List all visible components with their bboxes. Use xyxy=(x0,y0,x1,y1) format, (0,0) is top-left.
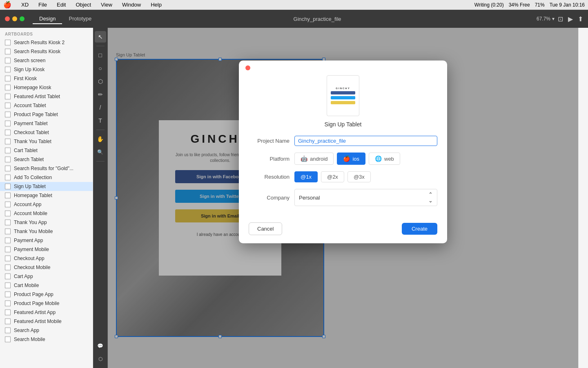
sidebar-item-thank-you-mobile[interactable]: Thank You Mobile xyxy=(0,227,93,236)
sidebar-item-product-page-app[interactable]: Product Page App xyxy=(0,290,93,299)
company-chevron: ⌃⌄ xyxy=(428,191,433,204)
export-modal: GINCHY Sign Up Tablet Project Name xyxy=(239,61,447,243)
battery-status: 71% xyxy=(535,2,545,8)
sidebar-item-search-results-gold[interactable]: Search Results for "Gold"... xyxy=(0,164,93,173)
menu-object[interactable]: Object xyxy=(74,2,93,8)
sidebar-item-payment-mobile[interactable]: Payment Mobile xyxy=(0,245,93,254)
platform-android-button[interactable]: 🤖 android xyxy=(294,153,334,165)
tool-polygon[interactable]: ⬡ xyxy=(95,76,106,87)
ios-icon: 🍎 xyxy=(343,155,350,162)
sidebar-section-label: ARTBOARDS xyxy=(0,28,93,38)
company-value: Personal xyxy=(299,195,320,201)
menu-file[interactable]: File xyxy=(37,2,49,8)
modal-footer: Cancel Create xyxy=(239,222,447,243)
datetime: Tue 9 Jan 10:16 xyxy=(550,2,585,8)
project-name-input[interactable]: Ginchy_practice_file xyxy=(294,136,437,146)
sidebar-item-featured-artist-tablet[interactable]: Featured Artist Tablet xyxy=(0,92,93,101)
sidebar-item-search-app[interactable]: Search App xyxy=(0,326,93,335)
sidebar-item-account-mobile[interactable]: Account Mobile xyxy=(0,209,93,218)
sidebar-item-search-results-kiosk[interactable]: Search Results Kiosk xyxy=(0,47,93,56)
resolution-1x-button[interactable]: @1x xyxy=(294,171,318,182)
traffic-light-minimize[interactable] xyxy=(12,16,17,21)
cancel-button[interactable]: Cancel xyxy=(249,222,282,235)
writing-status: Writing (0:20) xyxy=(474,2,504,8)
tool-text[interactable]: T xyxy=(95,115,106,126)
traffic-light-maximize[interactable] xyxy=(20,16,24,21)
toolbar-icons: ⊡ ▶ ⬆ xyxy=(558,15,583,23)
platform-web-button[interactable]: 🌐 web xyxy=(369,153,400,165)
zoom-chevron: ▾ xyxy=(552,16,555,22)
sidebar-item-checkout-tablet[interactable]: Checkout Tablet xyxy=(0,128,93,137)
sidebar-item-thank-you-app[interactable]: Thank You App xyxy=(0,218,93,227)
sidebar-item-account-app[interactable]: Account App xyxy=(0,200,93,209)
sidebar-item-search-results-kiosk-2[interactable]: Search Results Kiosk 2 xyxy=(0,38,93,47)
tool-separator-3 xyxy=(96,161,105,162)
sidebar-item-account-tablet[interactable]: Account Tablet xyxy=(0,101,93,110)
tool-plugin[interactable]: ⬡ xyxy=(95,353,106,365)
sidebar-item-product-page-mobile[interactable]: Product Page Mobile xyxy=(0,299,93,308)
resolution-3x-button[interactable]: @3x xyxy=(347,171,371,182)
tool-comment[interactable]: 💬 xyxy=(95,340,106,352)
create-button[interactable]: Create xyxy=(402,223,437,235)
memory-status: 34% Free xyxy=(509,2,530,8)
platform-ios-button[interactable]: 🍎 ios xyxy=(337,153,365,165)
platform-field: Platform 🤖 android 🍎 ios xyxy=(249,153,437,165)
tool-sidebar: ↖ □ ○ ⬡ ✏ / T ✋ 🔍 💬 ⬡ xyxy=(93,28,108,368)
sidebar-item-payment-app[interactable]: Payment App xyxy=(0,236,93,245)
tool-select[interactable]: ↖ xyxy=(95,31,106,43)
company-select[interactable]: Personal ⌃⌄ xyxy=(294,189,437,206)
traffic-light-close[interactable] xyxy=(5,16,10,21)
sidebar-item-cart-app[interactable]: Cart App xyxy=(0,272,93,281)
sidebar-item-first-kiosk[interactable]: First Kiosk xyxy=(0,74,93,83)
sidebar-item-thank-you-tablet[interactable]: Thank You Tablet xyxy=(0,137,93,146)
sidebar-item-featured-artist-mobile[interactable]: Featured Artist Mobile xyxy=(0,317,93,326)
sidebar-item-payment-tablet[interactable]: Payment Tablet xyxy=(0,119,93,128)
tab-prototype[interactable]: Prototype xyxy=(62,14,98,24)
tool-pen[interactable]: ✏ xyxy=(95,89,106,100)
sidebar-item-search-mobile[interactable]: Search Mobile xyxy=(0,335,93,344)
menu-xd[interactable]: XD xyxy=(20,2,30,8)
menu-edit[interactable]: Edit xyxy=(55,2,67,8)
resolution-field: Resolution @1x @2x @3x xyxy=(249,171,437,182)
sidebar-item-homepage-tablet[interactable]: Homepage Tablet xyxy=(0,191,93,200)
tab-design[interactable]: Design xyxy=(33,14,62,24)
sidebar-item-sign-up-tablet[interactable]: Sign Up Tablet xyxy=(0,182,93,191)
traffic-lights xyxy=(5,16,24,21)
menu-window[interactable]: Window xyxy=(120,2,143,8)
preview-twitter-bar xyxy=(331,96,355,99)
android-label: android xyxy=(310,156,327,162)
sidebar-item-add-to-collection[interactable]: Add To Collection xyxy=(0,173,93,182)
sidebar-item-homepage-kiosk[interactable]: Homepage Kiosk xyxy=(0,83,93,92)
canvas-area[interactable]: Sign Up Tablet xyxy=(108,28,578,368)
resolution-label: Resolution xyxy=(249,174,290,180)
menu-help[interactable]: Help xyxy=(149,2,163,8)
zoom-control[interactable]: 67.7% ▾ xyxy=(537,16,555,22)
sidebar-item-cart-tablet[interactable]: Cart Tablet xyxy=(0,146,93,155)
tool-separator-1 xyxy=(96,46,105,46)
sidebar-item-checkout-mobile[interactable]: Checkout Mobile xyxy=(0,263,93,272)
preview-icon[interactable]: ▶ xyxy=(568,15,573,23)
menu-bar: 🍎 XD File Edit Object View Window Help W… xyxy=(0,0,588,10)
platform-label: Platform xyxy=(249,156,290,162)
device-icon[interactable]: ⊡ xyxy=(558,15,563,23)
sidebar-item-product-page-tablet[interactable]: Product Page Tablet xyxy=(0,110,93,119)
zoom-value: 67.7% xyxy=(537,16,550,22)
sidebar-item-cart-mobile[interactable]: Cart Mobile xyxy=(0,281,93,290)
share-icon[interactable]: ⬆ xyxy=(578,15,583,23)
menu-view[interactable]: View xyxy=(99,2,114,8)
preview-facebook-bar xyxy=(331,91,355,94)
modal-close-button[interactable] xyxy=(245,65,250,70)
sidebar-item-checkout-app[interactable]: Checkout App xyxy=(0,254,93,263)
sidebar-item-search-screen[interactable]: Search screen xyxy=(0,56,93,65)
sidebar-item-featured-artist-app[interactable]: Featured Artist App xyxy=(0,308,93,317)
sidebar-item-sign-up-kiosk[interactable]: Sign Up Kiosk xyxy=(0,65,93,74)
sidebar-item-search-tablet[interactable]: Search Tablet xyxy=(0,155,93,164)
apple-logo[interactable]: 🍎 xyxy=(3,1,11,9)
tool-ellipse[interactable]: ○ xyxy=(95,63,106,74)
android-icon: 🤖 xyxy=(301,155,307,162)
tool-line[interactable]: / xyxy=(95,102,106,113)
resolution-2x-button[interactable]: @2x xyxy=(321,171,344,182)
tool-zoom[interactable]: 🔍 xyxy=(95,146,106,158)
tool-rectangle[interactable]: □ xyxy=(95,49,106,61)
tool-pan[interactable]: ✋ xyxy=(95,133,106,145)
